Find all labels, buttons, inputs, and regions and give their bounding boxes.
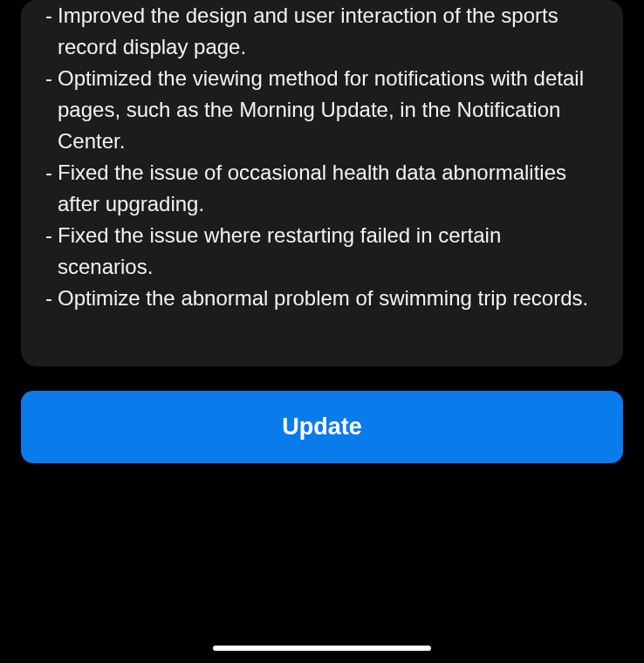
list-item: - Optimize the abnormal problem of swimm…: [45, 283, 599, 314]
changelog-text: Fixed the issue of occasional health dat…: [58, 157, 599, 220]
changelog-text: Improved the design and user interaction…: [58, 0, 599, 63]
home-indicator[interactable]: [213, 646, 431, 651]
bullet-dash: -: [45, 220, 58, 283]
bullet-dash: -: [45, 0, 58, 63]
list-item: - Improved the design and user interacti…: [45, 0, 599, 63]
bullet-dash: -: [45, 157, 58, 220]
list-item: - Fixed the issue where restarting faile…: [45, 220, 599, 283]
button-container: Update: [0, 366, 644, 463]
changelog-text: Optimized the viewing method for notific…: [58, 63, 599, 157]
bullet-dash: -: [45, 283, 58, 314]
changelog-text: Optimize the abnormal problem of swimmin…: [58, 283, 599, 314]
update-button[interactable]: Update: [21, 391, 623, 463]
list-item: - Optimized the viewing method for notif…: [45, 63, 599, 157]
changelog-text: Fixed the issue where restarting failed …: [58, 220, 599, 283]
list-item: - Fixed the issue of occasional health d…: [45, 157, 599, 220]
bullet-dash: -: [45, 63, 58, 157]
changelog-card: - Improved the design and user interacti…: [21, 0, 623, 366]
changelog-list: - Improved the design and user interacti…: [45, 0, 599, 314]
